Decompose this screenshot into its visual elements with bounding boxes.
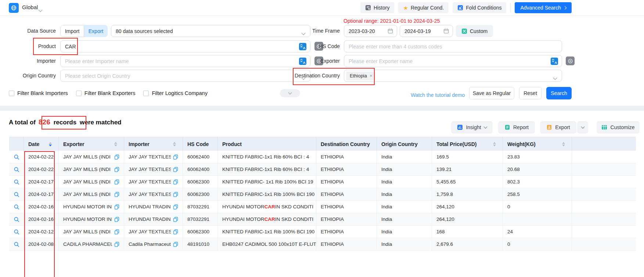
search-button[interactable]: Search bbox=[546, 87, 572, 99]
exporter-input[interactable] bbox=[349, 58, 557, 64]
copy-icon-button[interactable] bbox=[173, 217, 178, 222]
calendar-icon[interactable] bbox=[443, 28, 449, 34]
tutorial-demo-link[interactable]: Watch the tutorial demo bbox=[411, 92, 465, 98]
checkbox-icon[interactable] bbox=[9, 91, 14, 96]
fold-conditions-button[interactable]: Fold Conditions bbox=[453, 2, 506, 13]
reset-button[interactable]: Reset bbox=[519, 87, 542, 99]
row-detail-cell[interactable] bbox=[9, 176, 24, 188]
save-as-regular-button[interactable]: Save as Regular bbox=[469, 87, 514, 99]
checkbox-icon[interactable] bbox=[143, 91, 149, 96]
row-detail-cell[interactable] bbox=[9, 201, 24, 213]
sort-icon[interactable] bbox=[114, 142, 117, 146]
time-frame-start-input[interactable]: 2023-03-20 bbox=[344, 25, 397, 37]
copy-icon-button[interactable] bbox=[114, 229, 119, 234]
copy-icon-button[interactable] bbox=[114, 204, 119, 209]
region-selector-label[interactable]: Global bbox=[22, 4, 38, 10]
time-frame-end-input[interactable]: 2024-03-19 bbox=[400, 25, 453, 37]
cell-date: 2024-02-17 bbox=[24, 188, 59, 200]
calendar-icon[interactable] bbox=[388, 28, 393, 34]
row-detail-cell[interactable] bbox=[9, 238, 24, 250]
column-header-date[interactable]: Date bbox=[24, 137, 59, 151]
copy-icon bbox=[173, 229, 178, 234]
cell-total-price: 169.5 bbox=[432, 151, 503, 163]
copy-icon-button[interactable] bbox=[114, 242, 119, 247]
row-detail-cell[interactable] bbox=[9, 188, 24, 200]
cell-filler bbox=[572, 176, 636, 188]
exact-match-button[interactable] bbox=[566, 57, 575, 65]
cell-total-price: 5,455.65 bbox=[432, 176, 503, 188]
copy-icon-button[interactable] bbox=[173, 192, 178, 197]
cell-date: 2024-02-22 bbox=[24, 151, 59, 163]
cell-exporter: HYUNDAI MOTOR IND bbox=[59, 201, 124, 213]
row-search-icon[interactable] bbox=[14, 154, 19, 160]
export-toggle[interactable]: Export bbox=[84, 25, 108, 37]
cell-weight: 802.3 bbox=[503, 176, 572, 188]
table-row: 2024-02-08CADILA PHARMACEUTCadila Pharma… bbox=[9, 238, 636, 251]
collapse-form-button[interactable] bbox=[280, 89, 300, 97]
cell-importer: JAY JAY TEXTILES bbox=[124, 151, 183, 163]
fold-icon bbox=[457, 5, 463, 11]
report-button[interactable]: Report bbox=[498, 121, 535, 134]
copy-icon-button[interactable] bbox=[114, 167, 119, 172]
copy-icon-button[interactable] bbox=[173, 179, 178, 185]
row-search-icon[interactable] bbox=[14, 241, 19, 247]
column-header-exporter[interactable]: Exporter bbox=[59, 137, 124, 151]
cell-product: KNITTED FABRIC-1x1 Rib 60% BCI : 4 bbox=[218, 163, 316, 175]
checkbox-icon[interactable] bbox=[76, 91, 82, 96]
cell-product: HYUNDAI MOTOR CAR IN SKD CONDITI bbox=[218, 213, 316, 225]
custom-range-button[interactable]: Custom bbox=[456, 25, 493, 37]
history-button[interactable]: History bbox=[360, 2, 395, 13]
column-header-total-price-usd[interactable]: Total Price(USD) bbox=[432, 137, 503, 151]
row-search-icon[interactable] bbox=[14, 179, 19, 185]
filter-blank-exporters-checkbox[interactable]: Filter Blank Exporters bbox=[76, 90, 136, 96]
row-search-icon[interactable] bbox=[14, 192, 19, 197]
copy-icon-button[interactable] bbox=[173, 204, 178, 209]
insight-button[interactable]: Insight bbox=[451, 121, 493, 134]
copy-icon-button[interactable] bbox=[173, 229, 178, 234]
destination-country-label: Destination Country bbox=[274, 70, 340, 82]
divider bbox=[510, 3, 511, 12]
row-search-icon[interactable] bbox=[14, 167, 19, 172]
export-button[interactable]: Export bbox=[540, 121, 576, 134]
destination-country-select[interactable]: Ethiopia × bbox=[344, 70, 562, 82]
importer-input[interactable] bbox=[65, 58, 306, 64]
row-detail-cell[interactable] bbox=[9, 151, 24, 163]
advanced-search-button[interactable]: Advanced Search bbox=[515, 2, 572, 13]
row-detail-cell[interactable] bbox=[9, 163, 24, 175]
filter-blank-importers-checkbox[interactable]: Filter Blank Importers bbox=[9, 90, 68, 96]
row-search-icon[interactable] bbox=[14, 204, 19, 210]
copy-icon-button[interactable] bbox=[114, 192, 119, 197]
cell-filler bbox=[572, 201, 636, 213]
product-input[interactable] bbox=[65, 44, 306, 50]
column-header-importer[interactable]: Importer bbox=[124, 137, 183, 151]
cell-hs-code: 60062400 bbox=[183, 151, 218, 163]
hs-code-input[interactable] bbox=[349, 44, 557, 50]
form-row-countries: Origin Country Please select Origin Coun… bbox=[0, 70, 644, 82]
cell-date: 2024-02-22 bbox=[24, 163, 59, 175]
sort-icon[interactable] bbox=[493, 142, 496, 146]
copy-icon-button[interactable] bbox=[173, 167, 178, 172]
translate-icon[interactable]: A bbox=[551, 58, 558, 65]
export-dropdown-button[interactable] bbox=[577, 121, 588, 134]
copy-icon-button[interactable] bbox=[114, 217, 119, 222]
copy-icon-button[interactable] bbox=[173, 242, 178, 247]
copy-icon-button[interactable] bbox=[173, 154, 178, 160]
row-search-icon[interactable] bbox=[14, 216, 19, 222]
filter-logitics-company-checkbox[interactable]: Filter Logitics Company bbox=[143, 90, 208, 96]
time-frame-label: Time Frame bbox=[274, 25, 340, 37]
origin-country-select[interactable]: Please select Origin Country bbox=[60, 70, 310, 82]
customize-button[interactable]: Customize bbox=[597, 121, 640, 134]
tag-close-icon[interactable]: × bbox=[370, 73, 373, 78]
row-detail-cell[interactable] bbox=[9, 226, 24, 238]
chevron-down-icon[interactable] bbox=[39, 6, 42, 13]
sort-icon[interactable] bbox=[562, 142, 565, 146]
row-detail-cell[interactable] bbox=[9, 213, 24, 225]
regular-cond-button[interactable]: ★ Regular Cond. bbox=[398, 2, 449, 13]
import-toggle[interactable]: Import bbox=[60, 25, 84, 37]
copy-icon-button[interactable] bbox=[114, 179, 119, 185]
row-search-icon[interactable] bbox=[14, 229, 19, 235]
column-header-weight-kg[interactable]: Weight(KG) bbox=[503, 137, 572, 151]
sort-icon[interactable] bbox=[49, 142, 52, 146]
copy-icon-button[interactable] bbox=[114, 154, 119, 160]
sort-icon[interactable] bbox=[173, 142, 176, 146]
